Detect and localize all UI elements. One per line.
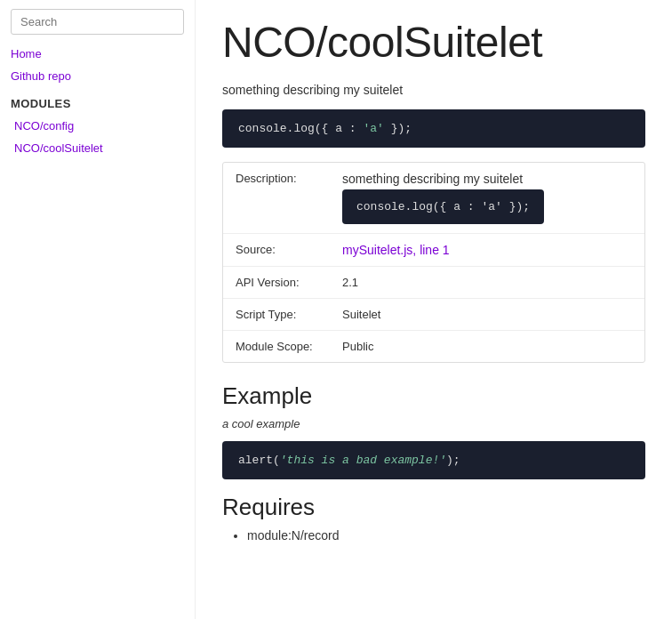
modules-label: MODULES <box>11 97 184 110</box>
info-label-source: Source: <box>236 243 342 256</box>
info-value-module-scope: Public <box>342 340 373 353</box>
example-code-string: 'this is a bad example!' <box>280 454 446 467</box>
module-link-coolsuitelet[interactable]: NCO/coolSuitelet <box>11 140 184 157</box>
requires-list: module:N/record <box>222 528 645 543</box>
example-heading: Example <box>222 382 645 410</box>
requires-item-0: module:N/record <box>247 528 645 543</box>
nav-github-repo[interactable]: Github repo <box>11 68 184 84</box>
info-row-module-scope: Module Scope: Public <box>223 331 644 362</box>
inner-code-string: 'a' <box>481 200 501 213</box>
info-table: Description: something describing my sui… <box>222 162 645 363</box>
info-row-script-type: Script Type: Suitelet <box>223 299 644 331</box>
info-value-description: something describing my suitelet console… <box>342 172 544 224</box>
info-label-api-version: API Version: <box>236 276 342 289</box>
example-description: a cool example <box>222 417 645 430</box>
top-code-block: console.log({ a : 'a' }); <box>222 109 645 148</box>
info-label-description: Description: <box>236 172 342 185</box>
example-code-block: alert('this is a bad example!'); <box>222 441 645 479</box>
main-description: something describing my suitelet <box>222 83 645 97</box>
main-content: NCO/coolSuitelet something describing my… <box>196 0 672 619</box>
requires-heading: Requires <box>222 494 645 521</box>
module-link-config[interactable]: NCO/config <box>11 117 184 134</box>
search-input[interactable] <box>11 9 184 35</box>
inner-code-suffix: }); <box>502 200 530 213</box>
top-code-string: 'a' <box>363 122 383 135</box>
info-label-script-type: Script Type: <box>236 308 342 321</box>
description-text-value: something describing my suitelet <box>342 172 523 186</box>
info-row-api-version: API Version: 2.1 <box>223 267 644 299</box>
info-row-source: Source: mySuitelet.js, line 1 <box>223 234 644 267</box>
source-link[interactable]: mySuitelet.js, line 1 <box>342 243 450 257</box>
info-row-description: Description: something describing my sui… <box>223 163 644 234</box>
inner-code-prefix: console.log({ a : <box>356 200 481 213</box>
top-code-suffix: }); <box>384 122 412 135</box>
info-value-api-version: 2.1 <box>342 276 358 289</box>
info-value-script-type: Suitelet <box>342 308 380 321</box>
info-label-module-scope: Module Scope: <box>236 340 342 353</box>
nav-home[interactable]: Home <box>11 45 184 62</box>
sidebar: Home Github repo MODULES NCO/config NCO/… <box>0 0 196 619</box>
example-code-prefix: alert( <box>238 454 280 467</box>
example-code-suffix: ); <box>446 454 460 467</box>
page-title: NCO/coolSuitelet <box>222 18 645 67</box>
top-code-prefix: console.log({ a : <box>238 122 363 135</box>
inner-code-block: console.log({ a : 'a' }); <box>342 189 544 224</box>
